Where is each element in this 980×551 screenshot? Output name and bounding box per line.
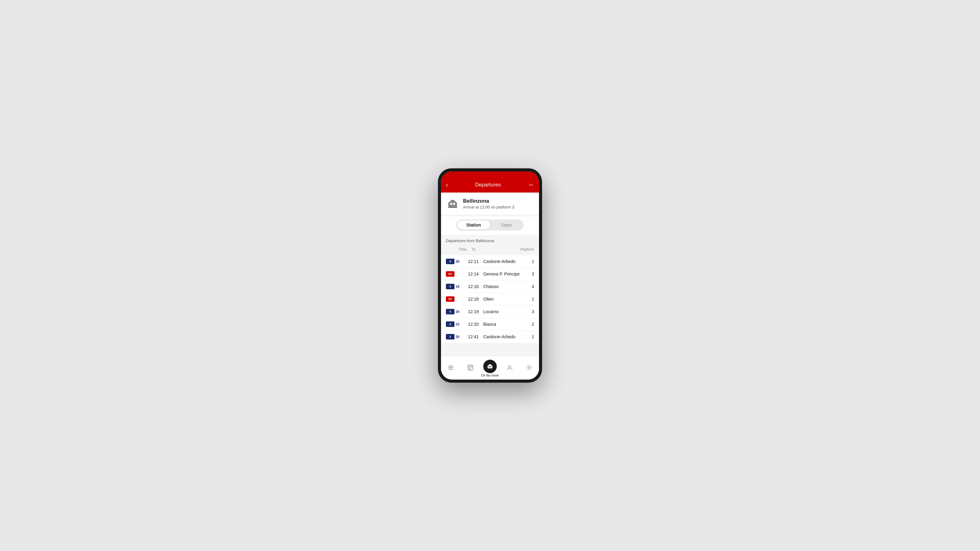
time-column-header: Time <box>446 247 467 252</box>
settings-nav-icon <box>526 364 533 373</box>
timetable-nav-icon <box>467 364 474 373</box>
train-line-number: 10 <box>456 285 460 288</box>
view-toggle: Station Stops <box>456 219 524 230</box>
departure-time: 12:20 <box>468 322 481 327</box>
train-badge-sbahn: S <box>446 259 455 264</box>
station-subtitle: Arrival at 12:00 on platform 3. <box>463 205 515 210</box>
svg-point-26 <box>508 365 511 368</box>
train-badge-container: EC <box>446 271 467 277</box>
train-badge-ec: EC <box>446 271 455 277</box>
svg-rect-21 <box>489 364 491 365</box>
departure-platform: 3 <box>527 309 534 314</box>
station-tab[interactable]: Station <box>457 221 490 230</box>
svg-point-23 <box>491 368 492 369</box>
main-content: Bellinzona Arrival at 12:00 on platform … <box>441 192 539 356</box>
on-the-move-icon-active <box>483 360 497 373</box>
svg-rect-25 <box>490 366 491 367</box>
svg-rect-18 <box>470 369 471 370</box>
platform-column-header: Platform <box>516 247 534 252</box>
departure-platform: 2 <box>527 322 534 327</box>
svg-point-22 <box>488 368 489 369</box>
on-the-move-label: On the move <box>481 374 499 377</box>
svg-rect-6 <box>450 203 452 205</box>
svg-rect-17 <box>469 369 470 370</box>
train-badge-container: S 20 <box>446 334 467 340</box>
table-row[interactable]: S 10 12:16 Chiasso 4 <box>441 280 539 293</box>
table-row[interactable]: EC 12:14 Genova P. Principe 3 <box>441 268 539 280</box>
station-info: Bellinzona Arrival at 12:00 on platform … <box>463 198 515 210</box>
train-line-number: 20 <box>456 310 460 313</box>
train-badge-sbahn: S <box>446 321 455 327</box>
departure-time: 12:16 <box>468 284 481 289</box>
svg-rect-8 <box>449 366 453 367</box>
view-toggle-container: Station Stops <box>441 216 539 235</box>
nav-item-search[interactable] <box>441 363 461 374</box>
departure-destination: Olten <box>481 297 527 302</box>
departure-time: 12:18 <box>468 297 481 302</box>
train-badge-container: EC <box>446 296 467 302</box>
station-name: Bellinzona <box>463 198 515 204</box>
train-line-number: 10 <box>456 322 460 326</box>
departure-destination: Chiasso <box>481 284 527 289</box>
departure-platform: 1 <box>527 334 534 339</box>
table-header-row: Time To Platform <box>441 246 539 254</box>
phone-screen: ‹ Departures ↔ <box>441 171 539 380</box>
train-badge-sbahn: S <box>446 284 455 289</box>
nav-item-timetable[interactable] <box>461 363 480 374</box>
svg-rect-9 <box>449 367 453 368</box>
train-badge-sbahn: S <box>446 334 455 340</box>
stops-tab[interactable]: Stops <box>490 221 523 230</box>
train-badge-sbahn: S <box>446 309 455 314</box>
to-column-header: To <box>467 247 516 252</box>
station-card: Bellinzona Arrival at 12:00 on platform … <box>441 192 539 214</box>
train-line-number: 20 <box>456 335 460 338</box>
bottom-navigation: On the move <box>441 356 539 380</box>
phone-frame: ‹ Departures ↔ <box>438 168 542 383</box>
departure-time: 12:14 <box>468 272 481 276</box>
departures-section-header: Departures from Bellinzona <box>441 235 539 246</box>
svg-rect-15 <box>469 368 470 368</box>
app-header: ‹ Departures ↔ <box>441 179 539 192</box>
search-nav-icon <box>447 364 454 373</box>
departure-platform: 1 <box>527 297 534 302</box>
train-badge-container: S 20 <box>446 309 467 314</box>
train-badge-container: S 10 <box>446 321 467 327</box>
departures-list: S 20 12:11 Castione-Arbedo 1 EC 12:14 Ge… <box>441 255 539 343</box>
header-title: Departures <box>475 182 501 188</box>
table-row[interactable]: S 20 12:11 Castione-Arbedo 1 <box>441 255 539 268</box>
departure-destination: Castione-Arbedo <box>481 334 527 339</box>
back-button[interactable]: ‹ <box>446 181 448 188</box>
svg-rect-5 <box>448 207 457 208</box>
departure-platform: 4 <box>527 284 534 289</box>
train-badge-container: S 20 <box>446 259 467 264</box>
svg-rect-10 <box>449 369 453 370</box>
nav-item-settings[interactable] <box>519 363 539 374</box>
svg-rect-2 <box>451 200 455 202</box>
departure-destination: Genova P. Principe <box>481 272 527 276</box>
train-badge-container: S 10 <box>446 284 467 289</box>
svg-rect-24 <box>489 366 490 367</box>
status-bar <box>441 171 539 179</box>
table-row[interactable]: S 20 12:19 Locarno 3 <box>441 305 539 318</box>
nav-item-profile[interactable] <box>500 363 519 374</box>
svg-rect-16 <box>470 368 471 368</box>
table-row[interactable]: EC 12:18 Olten 1 <box>441 293 539 305</box>
table-row[interactable]: S 10 12:20 Biasca 2 <box>441 318 539 330</box>
departure-platform: 3 <box>527 272 534 276</box>
train-line-number: 20 <box>456 260 460 263</box>
departure-time: 12:19 <box>468 309 481 314</box>
departure-destination: Castione-Arbedo <box>481 259 527 264</box>
table-row[interactable]: S 20 12:41 Castione-Arbedo 1 <box>441 330 539 343</box>
nav-item-on-the-move[interactable]: On the move <box>480 359 500 378</box>
departure-time: 12:41 <box>468 334 481 339</box>
svg-rect-7 <box>453 203 455 205</box>
station-icon <box>446 197 460 210</box>
profile-nav-icon <box>506 364 513 373</box>
departure-platform: 1 <box>527 259 534 264</box>
svg-point-27 <box>528 367 530 368</box>
departure-destination: Biasca <box>481 322 527 327</box>
departure-time: 12:11 <box>468 259 481 264</box>
swap-icon[interactable]: ↔ <box>528 181 534 188</box>
train-badge-ec: EC <box>446 296 455 302</box>
departure-destination: Locarno <box>481 309 527 314</box>
